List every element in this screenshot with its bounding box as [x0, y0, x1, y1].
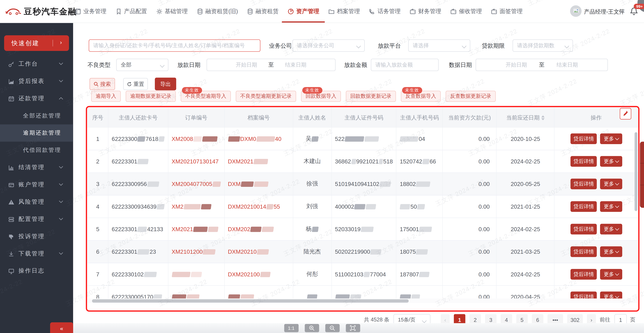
table-cell: 2024-02-25	[497, 218, 554, 240]
reset-button[interactable]: 重置	[123, 78, 148, 90]
amount-label: 放款金额	[344, 59, 367, 71]
column-header[interactable]: 当前应还日期	[497, 108, 554, 128]
amount-input[interactable]: 请输入放款金额	[371, 59, 438, 71]
sidebar-item-overdue-repayment[interactable]: 逾期还款管理	[0, 124, 73, 142]
redacted-block	[172, 272, 190, 277]
more-button[interactable]: 更多	[600, 134, 622, 144]
nav-item-business[interactable]: 业务管理	[75, 0, 106, 22]
import-button[interactable]: 回款数据导入未生效	[301, 91, 341, 102]
sidebar-item-account[interactable]: 账户管理	[0, 176, 73, 194]
import-button[interactable]: 逾期数据更新记录	[126, 91, 176, 102]
nav-item-telephony[interactable]: 话务管理	[369, 0, 400, 22]
zoom-in-button[interactable]	[304, 324, 319, 332]
sidebar-item-settlement[interactable]: 结清管理	[0, 159, 73, 176]
loan-detail-button[interactable]: 贷后详情	[570, 292, 597, 298]
nav-item-finance[interactable]: 财务管理	[410, 0, 441, 22]
vertical-scrollbar-thumb[interactable]	[634, 132, 638, 211]
redacted-block	[400, 294, 411, 298]
more-button[interactable]: 更多	[600, 246, 622, 257]
table-cell: 2024-02-25	[497, 263, 554, 286]
fit-screen-button[interactable]	[346, 324, 360, 332]
nav-item-asset[interactable]: 资产管理	[288, 0, 319, 22]
data-date-range[interactable]: 开始日期 至 结束日期	[476, 59, 608, 71]
not-effective-badge: 未生效	[302, 87, 322, 94]
export-button[interactable]: 导出	[155, 78, 176, 90]
horizontal-scrollbar-thumb[interactable]	[92, 299, 409, 302]
nav-item-collection[interactable]: 催收管理	[450, 0, 482, 22]
edit-annotation-button[interactable]	[620, 108, 631, 120]
sidebar-item-postloan-report[interactable]: 贷后报表	[0, 73, 73, 90]
loan-date-range[interactable]: 开始日期 至 结束日期	[206, 59, 336, 71]
loan-detail-button[interactable]: 贷后详情	[570, 179, 597, 189]
table-cell: DXM2021	[224, 150, 293, 172]
nav-item-leasing[interactable]: 融资租赁	[247, 0, 278, 22]
avatar[interactable]	[570, 5, 582, 17]
zoom-out-button[interactable]	[325, 324, 340, 332]
more-button[interactable]: 更多	[600, 269, 622, 280]
more-button[interactable]: 更多	[600, 224, 622, 234]
loan-detail-button[interactable]: 贷后详情	[570, 201, 597, 212]
platform-select[interactable]: 请选择	[408, 39, 470, 52]
loan-detail-button[interactable]: 贷后详情	[570, 134, 597, 144]
sidebar-item-repayment[interactable]: 还款管理	[0, 90, 73, 107]
sort-icons[interactable]	[541, 115, 544, 120]
loan-detail-button[interactable]: 贷后详情	[570, 269, 597, 280]
redacted-block	[137, 226, 147, 232]
nav-item-leasing-old[interactable]: 融资租赁(旧)	[197, 0, 238, 22]
table-cell: 2020-04-25	[497, 286, 554, 298]
redacted-block	[228, 294, 240, 298]
table-cell: 0.00	[443, 150, 497, 172]
table-cell	[293, 286, 332, 298]
sidebar-menu: 工作台 贷后报表 还款管理 全部还款管理 逾期还款管理 代偿回款管理 结清管理	[0, 56, 73, 280]
sidebar-item-compensation[interactable]: 代偿回款管理	[0, 142, 73, 159]
actual-size-button[interactable]: 1:1	[284, 324, 298, 332]
nav-item-sign[interactable]: 面签管理	[491, 0, 522, 22]
bar-chart-icon	[8, 164, 14, 170]
chevron-down-icon	[615, 272, 619, 276]
loan-detail-button[interactable]: 贷后详情	[570, 156, 597, 167]
more-button[interactable]: 更多	[600, 201, 622, 212]
more-button[interactable]: 更多	[600, 179, 622, 189]
wallet-icon	[491, 8, 498, 15]
table-cell: DXM202100	[224, 263, 293, 286]
import-button[interactable]: 反查数据更新记录	[446, 91, 496, 102]
bad-type-select[interactable]: 全部	[116, 59, 168, 71]
table-cell: 6222330123	[108, 241, 168, 263]
sidebar-item-risk[interactable]: 风险管理	[0, 194, 73, 211]
loan-detail-button[interactable]: 贷后详情	[570, 224, 597, 234]
table-row: 862223300051700.002020-04-25贷后详情更多	[88, 286, 638, 298]
redacted-block	[360, 226, 374, 232]
redacted-block	[422, 159, 430, 164]
import-button[interactable]: 逾期导入	[91, 91, 121, 102]
search-input[interactable]: 请输入身份证/还款卡号/手机号码/主借人姓名/订单编号/档案编号	[89, 39, 260, 52]
sidebar-item-all-repayment[interactable]: 全部还款管理	[0, 107, 73, 124]
nav-item-archive[interactable]: 档案管理	[328, 0, 360, 22]
loan-detail-button[interactable]: 贷后详情	[570, 246, 597, 257]
nav-item-basic[interactable]: 基础管理	[156, 0, 188, 22]
sidebar-item-operation-log[interactable]: 操作日志	[0, 262, 73, 280]
import-button[interactable]: 不良类型逾期导入未生效	[181, 91, 231, 102]
horizontal-scrollbar[interactable]	[88, 298, 638, 303]
sidebar-item-download[interactable]: 下载管理	[0, 245, 73, 262]
more-button[interactable]: 更多	[600, 156, 622, 167]
chevron-down-icon	[615, 294, 619, 298]
search-button[interactable]: 搜索	[90, 78, 115, 90]
redacted-block	[400, 204, 410, 209]
column-header: 序号	[88, 108, 108, 128]
sidebar-item-complaint[interactable]: 投诉管理	[0, 228, 73, 245]
term-select[interactable]: 请选择贷款期数	[513, 39, 573, 52]
import-button[interactable]: 回款数据更新记录	[346, 91, 396, 102]
sidebar-collapse-button[interactable]: «	[50, 322, 73, 333]
company-select[interactable]: 请选择业务公司	[292, 39, 365, 52]
quick-create-arrow-icon[interactable]: ›	[60, 39, 62, 46]
nav-item-product-config[interactable]: 产品配置	[116, 0, 147, 22]
sidebar-item-config[interactable]: 配置管理	[0, 211, 73, 228]
not-effective-badge: 未生效	[402, 87, 422, 94]
import-button[interactable]: 不良类型逾期更新记录	[236, 91, 296, 102]
floating-side-toolbar[interactable]	[640, 142, 644, 208]
import-button[interactable]: 反查数据导入未生效	[401, 91, 441, 102]
redacted-block	[416, 181, 430, 186]
sidebar-item-workbench[interactable]: 工作台	[0, 56, 73, 73]
quick-create-button[interactable]: 快速创建 ›	[4, 35, 69, 51]
more-button[interactable]: 更多	[600, 292, 622, 298]
